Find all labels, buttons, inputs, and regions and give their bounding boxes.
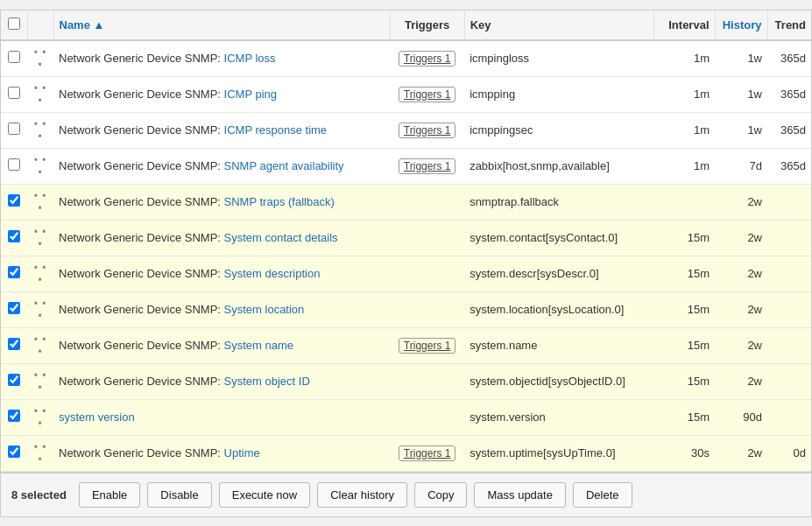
row-interval: 15m [653,363,715,399]
row-name: Network Generic Device SNMP: ICMP ping [53,76,390,112]
row-name-link[interactable]: SNMP agent availability [224,159,344,172]
row-actions-dots[interactable]: • • • [27,363,53,399]
table-row: • • •Network Generic Device SNMP: Uptime… [1,435,811,471]
row-actions-dots[interactable]: • • • [27,112,53,148]
row-triggers [390,399,464,435]
row-triggers[interactable]: Triggers 1 [390,76,464,112]
row-triggers [390,363,464,399]
row-history: 2w [715,363,767,399]
table-row: • • •Network Generic Device SNMP: ICMP r… [1,112,811,148]
row-name-link[interactable]: System object ID [224,375,310,388]
row-history: 2w [715,327,767,363]
row-checkbox[interactable] [8,410,20,422]
execute-now-button[interactable]: Execute now [219,482,310,508]
row-key: system.contact[sysContact.0] [464,220,653,256]
row-actions-dots[interactable]: • • • [27,148,53,184]
row-name-prefix: Network Generic Device SNMP: [59,52,224,65]
row-checkbox[interactable] [8,266,20,278]
row-key: icmppingsec [464,112,653,148]
triggers-badge[interactable]: Triggers 1 [399,158,456,174]
row-checkbox[interactable] [8,158,20,171]
table-row: • • •Network Generic Device SNMP: System… [1,363,811,399]
row-name-prefix: Network Generic Device SNMP: [59,88,224,101]
row-triggers[interactable]: Triggers 1 [390,327,464,363]
table-row: • • •Network Generic Device SNMP: System… [1,291,811,327]
row-history: 1w [715,112,767,148]
row-history: 2w [715,220,767,256]
clear-history-button[interactable]: Clear history [317,482,407,508]
row-name-link[interactable]: system version [59,410,135,424]
table-row: • • •Network Generic Device SNMP: SNMP t… [1,184,811,220]
trend-column-header: Trend [767,11,811,40]
triggers-badge[interactable]: Triggers 1 [399,51,456,67]
select-all-checkbox[interactable] [8,18,20,30]
row-trend: 365d [767,148,811,184]
row-checkbox[interactable] [8,51,20,63]
row-name: Network Generic Device SNMP: Uptime [53,435,390,471]
row-name-link[interactable]: SNMP traps (fallback) [224,195,335,208]
row-name-prefix: Network Generic Device SNMP: [59,123,224,137]
row-checkbox[interactable] [8,230,20,242]
row-interval: 15m [653,291,715,327]
row-actions-dots[interactable]: • • • [27,291,53,327]
row-name-prefix: Network Generic Device SNMP: [59,303,224,316]
row-checkbox[interactable] [8,338,20,350]
table-row: • • •system versionsystem.version15m90d [1,399,811,435]
row-key: system.uptime[sysUpTime.0] [464,435,653,471]
row-checkbox[interactable] [8,445,20,458]
row-key: icmpping [464,76,653,112]
row-checkbox[interactable] [8,374,20,386]
row-actions-dots[interactable]: • • • [27,327,53,363]
triggers-badge[interactable]: Triggers 1 [399,87,456,102]
row-trend [767,256,811,291]
items-table: Name ▲ Triggers Key Interval History Tre… [1,11,811,472]
name-column-header[interactable]: Name ▲ [53,11,390,40]
row-interval: 1m [653,112,715,148]
row-name-link[interactable]: Uptime [224,446,260,459]
row-name: Network Generic Device SNMP: System obje… [53,363,390,399]
row-actions-dots[interactable]: • • • [27,40,53,77]
row-name-link[interactable]: ICMP loss [224,52,276,65]
row-checkbox[interactable] [8,87,20,99]
row-checkbox[interactable] [8,194,20,207]
select-all-header[interactable] [1,11,27,40]
disable-button[interactable]: Disable [147,482,211,508]
row-actions-dots[interactable]: • • • [27,184,53,220]
row-triggers[interactable]: Triggers 1 [390,435,464,471]
triggers-badge[interactable]: Triggers 1 [399,338,456,354]
row-actions-dots[interactable]: • • • [27,76,53,112]
row-checkbox[interactable] [8,123,20,135]
triggers-badge[interactable]: Triggers 1 [399,123,456,138]
row-name-link[interactable]: System contact details [224,231,338,244]
row-trend [767,184,811,220]
row-actions-dots[interactable]: • • • [27,256,53,291]
table-row: • • •Network Generic Device SNMP: System… [1,327,811,363]
row-name-link[interactable]: ICMP response time [224,123,328,137]
row-trend: 365d [767,76,811,112]
table-row: • • •Network Generic Device SNMP: System… [1,220,811,256]
row-checkbox[interactable] [8,302,20,314]
row-triggers[interactable]: Triggers 1 [390,148,464,184]
actions-header [27,11,53,40]
row-name-link[interactable]: ICMP ping [224,88,277,101]
row-name-link[interactable]: System name [224,339,293,352]
row-trend [767,399,811,435]
row-actions-dots[interactable]: • • • [27,435,53,471]
row-name-prefix: Network Generic Device SNMP: [59,195,224,208]
footer-bar: 8 selected Enable Disable Execute now Cl… [1,472,811,516]
enable-button[interactable]: Enable [79,482,140,508]
row-actions-dots[interactable]: • • • [27,220,53,256]
row-actions-dots[interactable]: • • • [27,399,53,435]
row-interval [653,184,715,220]
triggers-badge[interactable]: Triggers 1 [399,445,456,461]
delete-button[interactable]: Delete [573,482,632,508]
row-name-link[interactable]: System location [224,303,305,316]
row-triggers[interactable]: Triggers 1 [390,40,464,77]
row-name: Network Generic Device SNMP: SNMP traps … [53,184,390,220]
row-trend [767,220,811,256]
row-interval: 1m [653,148,715,184]
row-triggers[interactable]: Triggers 1 [390,112,464,148]
copy-button[interactable]: Copy [414,482,467,508]
row-name-link[interactable]: System description [224,267,321,280]
mass-update-button[interactable]: Mass update [474,482,565,508]
